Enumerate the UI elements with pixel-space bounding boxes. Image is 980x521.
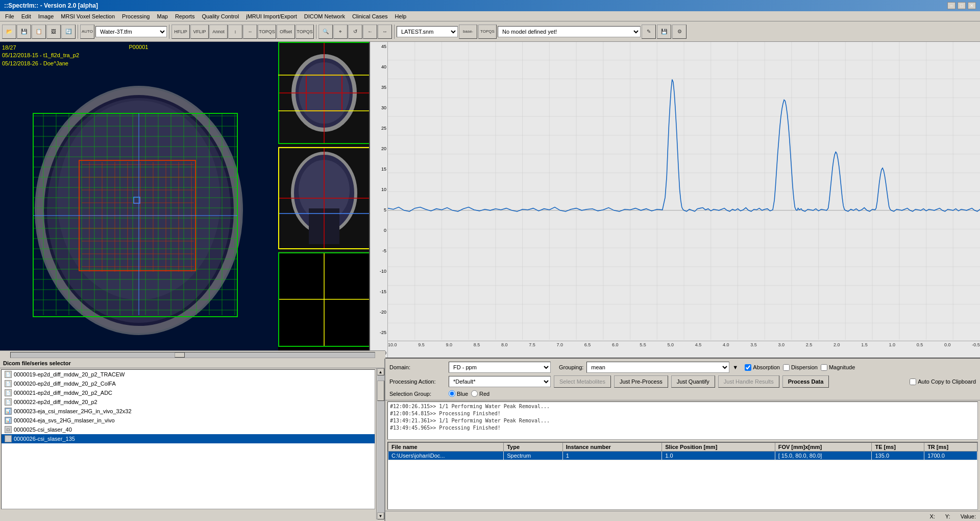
- scroll-thumb[interactable]: [377, 381, 384, 401]
- menu-clinical[interactable]: Clinical Cases: [349, 12, 391, 20]
- col-instance: Instance number: [562, 443, 662, 452]
- tb-btn-1[interactable]: 📂: [2, 25, 16, 39]
- dicom-item-selected[interactable]: □ 0000026-csi_slaser_135: [2, 434, 375, 443]
- tb-btn-8[interactable]: Annot: [209, 25, 228, 39]
- processing-action-select[interactable]: *Default*: [449, 376, 551, 387]
- dicom-list[interactable]: 📄 0000019-ep2d_diff_mddw_20_p2_TRACEW 📄 …: [1, 369, 375, 509]
- red-radio[interactable]: [471, 390, 478, 397]
- magnitude-checkbox[interactable]: [821, 364, 827, 371]
- just-quantify-button[interactable]: Just Quantify: [671, 375, 715, 388]
- h-scroll-track[interactable]: [10, 352, 375, 358]
- select-metabolites-button[interactable]: Select Metabolites: [554, 375, 611, 388]
- dicom-item[interactable]: 📄 0000022-ep2d_diff_mddw_20_p2: [2, 397, 375, 407]
- tb-btn-10[interactable]: ↔: [243, 25, 257, 39]
- dicom-item[interactable]: 📄 0000021-ep2d_diff_mddw_20_p2_ADC: [2, 388, 375, 397]
- menu-help[interactable]: Help: [392, 12, 410, 20]
- tb-btn-auto[interactable]: AUTO: [80, 25, 94, 39]
- menu-quality[interactable]: Quality Control: [199, 12, 242, 20]
- dicom-item-label: 0000019-ep2d_diff_mddw_20_p2_TRACEW: [14, 371, 125, 377]
- domain-select[interactable]: FD - ppm: [449, 362, 551, 373]
- minimize-button[interactable]: –: [947, 2, 955, 9]
- col-filename: File name: [388, 443, 504, 452]
- tb-btn-2[interactable]: 💾: [17, 25, 31, 39]
- h-scroll-thumb[interactable]: [175, 352, 185, 358]
- dicom-item[interactable]: 📄 0000019-ep2d_diff_mddw_20_p2_TRACEW: [2, 370, 375, 379]
- process-data-button[interactable]: Process Data: [782, 375, 829, 388]
- tb-btn-17[interactable]: ←: [363, 25, 377, 39]
- auto-copy-checkbox[interactable]: [910, 378, 916, 385]
- dispersion-checkbox[interactable]: [783, 364, 790, 371]
- transform-select[interactable]: Water-3T.tfm: [95, 26, 167, 37]
- tb-btn-16[interactable]: ↺: [348, 25, 362, 39]
- tb-btn-13[interactable]: TOPQS: [296, 25, 314, 39]
- tb-btn-4[interactable]: 🖼: [46, 25, 61, 39]
- mri-axial-view[interactable]: [278, 42, 369, 147]
- menu-jmrui[interactable]: jMRUI Import/Export: [243, 12, 300, 20]
- tb-btn-11[interactable]: TOPQS: [258, 25, 276, 39]
- tb-btn-12[interactable]: Offset: [277, 25, 295, 39]
- menu-image[interactable]: Image: [35, 12, 57, 20]
- blue-radio-label[interactable]: Blue: [449, 390, 468, 397]
- mri-coronal-view[interactable]: [278, 147, 369, 252]
- tb-btn-14[interactable]: 🔍: [318, 25, 333, 39]
- tb-btn-5[interactable]: 🔄: [61, 25, 76, 39]
- cell-tr: 1700.0: [924, 452, 977, 460]
- tb-btn-3[interactable]: 📋: [32, 25, 46, 39]
- close-button[interactable]: ✕: [968, 2, 976, 9]
- log-line-4: #13:49:45.965>> Processing Finished!: [390, 424, 975, 432]
- menu-map[interactable]: Map: [154, 12, 170, 20]
- absorption-checkbox-label[interactable]: Absorption: [745, 364, 780, 371]
- toolbar: 📂 💾 📋 🖼 🔄 AUTO Water-3T.tfm HFLIP VFLIP …: [0, 21, 980, 42]
- dicom-item[interactable]: 📊 0000023-eja_csi_mslaser_2HG_in_vivo_32…: [2, 407, 375, 416]
- blue-radio[interactable]: [449, 390, 455, 397]
- scroll-up-btn[interactable]: ▲: [377, 368, 384, 375]
- auto-copy-text: Auto Copy to Clipboard: [918, 378, 976, 385]
- menu-mrsi[interactable]: MRSI Voxel Selection: [58, 12, 118, 20]
- tb-btn-15[interactable]: ⌖: [333, 25, 348, 39]
- tb-btn-6[interactable]: HFLIP: [172, 25, 190, 39]
- menu-edit[interactable]: Edit: [18, 12, 34, 20]
- absorption-checkbox[interactable]: [745, 364, 751, 371]
- dicom-item[interactable]: 📄 0000020-ep2d_diff_mddw_20_p2_ColFA: [2, 379, 375, 388]
- model-select[interactable]: No model defined yet!: [498, 26, 641, 37]
- menu-dicom[interactable]: DICOM Network: [301, 12, 348, 20]
- tb-btn-topqs2[interactable]: TOPQS: [478, 25, 497, 39]
- cell-te: 135.0: [872, 452, 924, 460]
- dispersion-checkbox-label[interactable]: Dispersion: [783, 364, 818, 371]
- dicom-icon: 📊: [5, 417, 12, 424]
- x-label-6-5: 6.5: [584, 342, 591, 347]
- just-preprocess-button[interactable]: Just Pre-Process: [614, 375, 668, 388]
- tb-btn-base[interactable]: base-: [459, 25, 477, 39]
- snm-select[interactable]: LATEST.snm: [397, 26, 458, 37]
- mri-bottom-view[interactable]: [278, 252, 369, 358]
- scroll-down-btn[interactable]: ▼: [377, 512, 384, 519]
- table-row[interactable]: C:\Users\johan\Doc... Spectrum 1 1.0 [ 1…: [388, 452, 977, 460]
- just-handle-results-button[interactable]: Just Handle Results: [718, 375, 779, 388]
- tb-btn-settings[interactable]: ⚙: [672, 25, 687, 39]
- dicom-scrollbar[interactable]: ▲ ▼: [376, 368, 384, 519]
- mri-main-view[interactable]: 18/27 05/12/2018-15 - t1_fl2d_tra_p2 05/…: [0, 42, 278, 358]
- menu-reports[interactable]: Reports: [172, 12, 198, 20]
- window-controls[interactable]: – □ ✕: [947, 2, 976, 9]
- auto-copy-label[interactable]: Auto Copy to Clipboard: [910, 378, 976, 385]
- tb-btn-edit[interactable]: ✎: [642, 25, 656, 39]
- x-label-1-5: 1.5: [861, 342, 868, 347]
- horizontal-scrollbar[interactable]: [0, 350, 385, 359]
- spectrum-area[interactable]: 10.0 9.5 9.0 8.5 8.0 7.5 7.0 6.5 6.0 5.5…: [388, 42, 980, 358]
- grouping-select[interactable]: mean: [586, 362, 729, 373]
- menu-file[interactable]: File: [2, 12, 17, 20]
- scroll-track[interactable]: [377, 375, 384, 512]
- maximize-button[interactable]: □: [958, 2, 966, 9]
- file-table-area[interactable]: File name Type Instance number Slice Pos…: [387, 442, 978, 510]
- red-radio-label[interactable]: Red: [471, 390, 489, 397]
- tb-btn-9[interactable]: ↕: [228, 25, 242, 39]
- col-slice: Slice Position [mm]: [662, 443, 775, 452]
- menu-processing[interactable]: Processing: [119, 12, 153, 20]
- magnitude-checkbox-label[interactable]: Magnitude: [821, 364, 855, 371]
- tb-btn-7[interactable]: VFLIP: [190, 25, 209, 39]
- tb-btn-save[interactable]: 💾: [657, 25, 671, 39]
- dicom-item[interactable]: 📊 0000024-eja_svs_2HG_mslaser_in_vivo: [2, 416, 375, 425]
- y-label-n20: -20: [371, 310, 386, 315]
- tb-btn-18[interactable]: ↔: [378, 25, 392, 39]
- dicom-item[interactable]: □ 0000025-csi_slaser_40: [2, 425, 375, 434]
